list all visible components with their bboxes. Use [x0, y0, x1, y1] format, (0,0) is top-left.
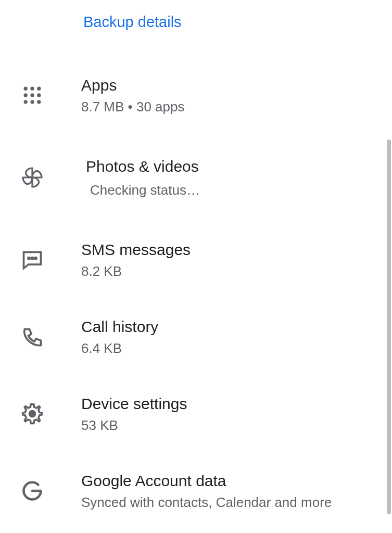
svg-point-8: [37, 100, 41, 104]
google-icon: [18, 476, 47, 505]
item-sms-messages[interactable]: SMS messages 8.2 KB: [0, 221, 392, 298]
item-title: Device settings: [81, 394, 187, 414]
item-title: Apps: [81, 75, 184, 95]
svg-point-4: [30, 93, 34, 97]
svg-point-7: [30, 100, 34, 104]
item-subtitle: 8.7 MB • 30 apps: [81, 98, 184, 116]
gear-icon: [18, 399, 47, 428]
item-google-account-data[interactable]: Google Account data Synced with contacts…: [0, 452, 392, 529]
item-subtitle: 53 KB: [81, 417, 187, 435]
scrollbar[interactable]: [387, 139, 391, 514]
item-title: Call history: [81, 316, 158, 337]
item-title: Google Account data: [81, 471, 332, 491]
svg-point-5: [37, 93, 41, 97]
svg-point-11: [35, 258, 36, 259]
item-subtitle: 8.2 KB: [81, 263, 191, 281]
svg-point-12: [30, 411, 35, 417]
item-title: SMS messages: [81, 239, 191, 260]
item-apps[interactable]: Apps 8.7 MB • 30 apps: [0, 57, 392, 134]
svg-point-10: [31, 258, 33, 259]
svg-point-9: [28, 258, 30, 259]
item-call-history[interactable]: Call history 6.4 KB: [0, 298, 392, 375]
svg-point-2: [37, 87, 41, 91]
item-subtitle: Checking status…: [90, 182, 200, 199]
apps-icon: [18, 81, 47, 110]
phone-icon: [18, 322, 47, 351]
item-title: Photos & videos: [86, 156, 200, 176]
svg-point-1: [30, 87, 34, 91]
svg-point-3: [24, 93, 28, 97]
svg-point-6: [24, 100, 28, 104]
svg-point-0: [24, 87, 28, 91]
backup-details-list: Apps 8.7 MB • 30 apps Photos & videos Ch…: [0, 31, 392, 529]
section-header: Backup details: [0, 0, 392, 31]
item-photos-videos[interactable]: Photos & videos Checking status…: [0, 134, 392, 221]
item-subtitle: 6.4 KB: [81, 340, 158, 358]
item-device-settings[interactable]: Device settings 53 KB: [0, 375, 392, 452]
sms-icon: [18, 245, 47, 274]
item-subtitle: Synced with contacts, Calendar and more: [81, 494, 332, 512]
photos-icon: [18, 163, 47, 192]
